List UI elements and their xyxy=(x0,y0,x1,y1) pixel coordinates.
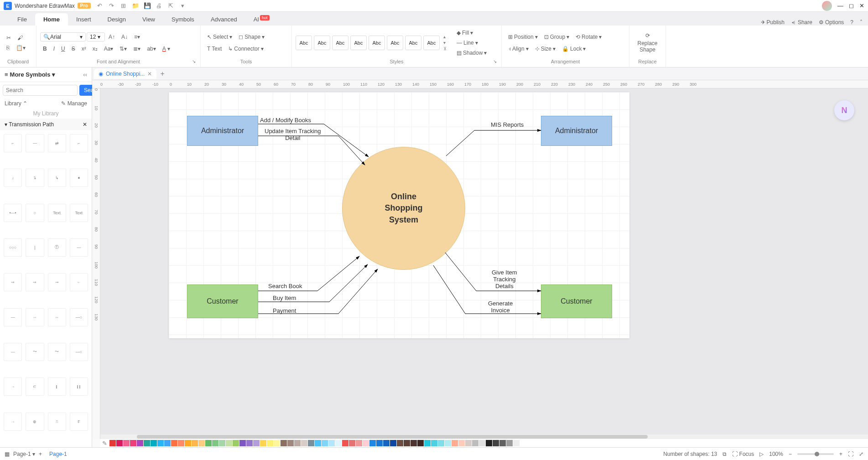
color-swatch[interactable] xyxy=(164,440,171,446)
shape-item[interactable]: ⊸ xyxy=(26,273,44,291)
shape-item[interactable]: •—• xyxy=(4,204,22,222)
shape-item[interactable]: ⇄ xyxy=(48,134,66,152)
shape-admin-right[interactable]: Administrator xyxy=(541,116,612,146)
style-preset-5[interactable]: Abc xyxy=(369,36,385,50)
fit-page-icon[interactable]: ⛶ xyxy=(848,451,853,457)
play-icon[interactable]: ▷ xyxy=(759,451,764,457)
color-swatch[interactable] xyxy=(438,440,444,446)
shape-item[interactable]: Ⓣ xyxy=(48,238,66,257)
color-swatch[interactable] xyxy=(376,440,383,446)
style-preset-3[interactable]: Abc xyxy=(332,36,348,50)
color-swatch[interactable] xyxy=(513,440,520,446)
color-swatch[interactable] xyxy=(486,440,492,446)
style-preset-2[interactable]: Abc xyxy=(314,36,330,50)
shape-item[interactable]: ← xyxy=(70,273,88,291)
color-swatch[interactable] xyxy=(322,440,328,446)
text-tool[interactable]: T Text xyxy=(204,44,224,53)
increase-font-icon[interactable]: A↑ xyxy=(106,32,118,41)
color-swatch[interactable] xyxy=(109,440,116,446)
shape-item[interactable]: → xyxy=(4,413,22,431)
close-icon[interactable]: ✕ xyxy=(859,2,864,9)
zoom-slider[interactable] xyxy=(797,453,834,455)
superscript-icon[interactable]: x² xyxy=(79,44,89,53)
color-swatch[interactable] xyxy=(308,440,314,446)
color-swatch[interactable] xyxy=(301,440,307,446)
shape-item[interactable]: — xyxy=(26,134,44,152)
color-swatch[interactable] xyxy=(458,440,465,446)
color-swatch[interactable] xyxy=(390,440,396,446)
label-mis[interactable]: MIS Reports xyxy=(491,121,524,128)
label-add-modify[interactable]: Add / Modify Books xyxy=(260,117,311,124)
user-avatar[interactable] xyxy=(822,1,832,11)
shape-center-system[interactable]: Online Shopping System xyxy=(342,147,465,270)
color-swatch[interactable] xyxy=(205,440,212,446)
tab-view[interactable]: View xyxy=(134,13,163,26)
color-swatch[interactable] xyxy=(144,440,150,446)
label-payment[interactable]: Payment xyxy=(273,307,296,314)
publish-button[interactable]: ✈ Publish xyxy=(761,19,785,26)
shape-admin-left[interactable]: Administrator xyxy=(187,116,258,146)
color-swatch[interactable] xyxy=(411,440,417,446)
shape-item[interactable]: ↔ xyxy=(26,308,44,326)
underline-icon[interactable]: U xyxy=(58,44,68,53)
shape-customer-left[interactable]: Customer xyxy=(187,284,258,318)
bullets-icon[interactable]: ≣▾ xyxy=(130,44,143,53)
color-swatch[interactable] xyxy=(116,440,123,446)
align-icon[interactable]: ≡▾ xyxy=(131,32,143,41)
add-page-icon[interactable]: + xyxy=(39,451,42,457)
shape-item[interactable]: ○ xyxy=(26,204,44,222)
shape-item[interactable]: 〜 xyxy=(48,343,66,361)
color-swatch[interactable] xyxy=(315,440,321,446)
diagram-page[interactable]: Administrator Administrator Customer Cus… xyxy=(169,92,629,338)
strike-icon[interactable]: S xyxy=(69,44,78,53)
shape-item[interactable]: F xyxy=(70,413,88,431)
line-button[interactable]: — Line ▾ xyxy=(454,38,489,47)
decrease-font-icon[interactable]: A↓ xyxy=(119,32,130,41)
color-swatch[interactable] xyxy=(328,440,335,446)
style-preset-6[interactable]: Abc xyxy=(387,36,403,50)
section-close-icon[interactable]: ✕ xyxy=(83,121,87,128)
color-swatch[interactable] xyxy=(294,440,301,446)
color-swatch[interactable] xyxy=(151,440,157,446)
color-swatch[interactable] xyxy=(417,440,424,446)
style-preset-8[interactable]: Abc xyxy=(423,36,440,50)
label-buy[interactable]: Buy Item xyxy=(273,295,296,301)
minimize-icon[interactable]: — xyxy=(837,2,843,9)
color-swatch[interactable] xyxy=(424,440,431,446)
color-swatch[interactable] xyxy=(246,440,253,446)
font-expand-icon[interactable]: ↘ xyxy=(192,59,196,64)
color-swatch[interactable] xyxy=(233,440,239,446)
shape-item[interactable]: ⊸ xyxy=(4,273,22,291)
color-swatch[interactable] xyxy=(499,440,506,446)
style-down-icon[interactable]: ▾ xyxy=(443,40,447,45)
color-swatch[interactable] xyxy=(198,440,205,446)
style-preset-1[interactable]: Abc xyxy=(296,36,312,50)
position-button[interactable]: ⊞ Position▾ xyxy=(505,32,541,41)
color-swatch[interactable] xyxy=(171,440,177,446)
color-swatch[interactable] xyxy=(281,440,287,446)
color-swatch[interactable] xyxy=(404,440,410,446)
color-swatch[interactable] xyxy=(130,440,136,446)
shadow-button[interactable]: ▤ Shadow ▾ xyxy=(454,48,489,57)
shape-item[interactable]: Text xyxy=(70,204,88,222)
more-symbols-button[interactable]: ≡ More Symbols▾ xyxy=(5,71,55,78)
shape-item[interactable]: 〜 xyxy=(26,343,44,361)
shape-item[interactable]: ○○○ xyxy=(4,238,22,257)
color-swatch[interactable] xyxy=(137,440,143,446)
bold-icon[interactable]: B xyxy=(40,44,50,53)
size-button[interactable]: ⊹ Size▾ xyxy=(532,44,558,53)
color-swatch[interactable] xyxy=(219,440,225,446)
shape-item[interactable]: —○ xyxy=(70,343,88,361)
styles-expand-icon[interactable]: ↘ xyxy=(493,59,497,64)
align-button[interactable]: ⫞ Align▾ xyxy=(505,44,531,53)
fullscreen-icon[interactable]: ⤢ xyxy=(859,451,863,457)
eyedropper-icon[interactable]: ✎ xyxy=(102,440,107,447)
page-select[interactable]: Page-1 ▾ xyxy=(13,451,35,457)
cut-icon[interactable]: ✂ xyxy=(4,33,14,42)
shape-item[interactable]: — xyxy=(4,308,22,326)
open-icon[interactable]: 📁 xyxy=(132,2,139,9)
share-button[interactable]: ⪪ Share xyxy=(791,19,812,26)
color-swatch[interactable] xyxy=(349,440,355,446)
label-search[interactable]: Search Book xyxy=(268,283,302,289)
layers-icon[interactable]: ⧉ xyxy=(722,451,727,457)
